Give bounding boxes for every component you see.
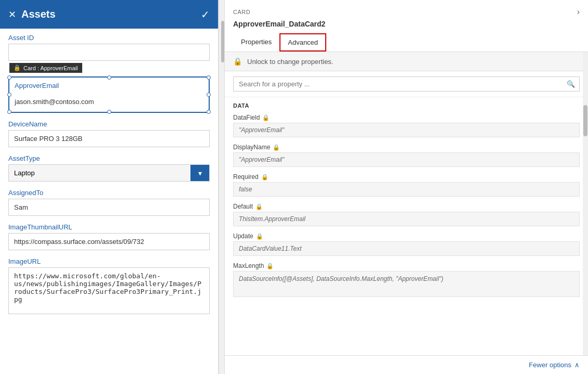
left-body: Asset ID 🔒 Card : ApproverEmail Approver… [0,29,218,374]
asset-id-label: Asset ID [8,34,210,42]
resize-handle-mr[interactable] [207,93,211,97]
displayname-lock-icon: 🔒 [273,144,280,151]
confirm-icon[interactable]: ✓ [201,8,210,21]
property-update: Update 🔒 DataCardValue11.Text [225,229,588,259]
property-datafield-name: DataField 🔒 [233,114,580,121]
maxlength-lock-icon: 🔒 [266,263,274,269]
device-name-section: DeviceName [8,120,210,147]
resize-handle-br[interactable] [207,110,211,114]
approver-email-input[interactable] [9,94,209,110]
image-thumbnail-label: ImageThumbnailURL [8,223,210,231]
middle-scrollbar [219,0,225,374]
resize-handle-tl[interactable] [7,75,11,80]
asset-type-input[interactable] [9,165,190,181]
property-update-value: DataCardValue11.Text [233,241,580,256]
resize-handle-ml[interactable] [7,93,11,97]
lock-icon: 🔒 [233,57,242,66]
chevron-right-icon[interactable]: › [577,7,580,17]
required-lock-icon: 🔒 [261,174,269,180]
property-update-name: Update 🔒 [233,233,580,240]
property-default-name: Default 🔒 [233,203,580,210]
property-required-name: Required 🔒 [233,173,580,180]
right-panel: CARD › ApproverEmail_DataCard2 Propertie… [225,0,588,374]
search-input-wrap: 🔍 [233,76,580,92]
right-footer: Fewer options ∧ [225,355,588,374]
property-displayname-value: "ApproverEmail" [233,152,580,167]
assigned-to-input[interactable] [8,199,210,216]
resize-handle-bl[interactable] [7,110,11,114]
property-maxlength: MaxLength 🔒 DataSourceInfo([@Assets], Da… [225,259,588,300]
search-input[interactable] [234,77,563,91]
unlock-text: Unlock to change properties. [247,58,333,66]
assigned-to-section: AssignedTo [8,189,210,216]
device-name-label: DeviceName [8,120,210,128]
card-title: ApproverEmail_DataCard2 [233,20,580,28]
tab-advanced[interactable]: Advanced [279,33,326,51]
close-icon[interactable]: ✕ [8,10,16,19]
left-panel: ✕ Assets ✓ Asset ID 🔒 Card : ApproverEma… [0,0,219,374]
right-body: 🔒 Unlock to change properties. 🔍 DATA Da… [225,52,588,355]
image-thumbnail-input[interactable] [8,233,210,250]
image-thumbnail-section: ImageThumbnailURL [8,223,210,250]
middle-scroll-thumb [221,21,224,62]
resize-handle-bm[interactable] [107,110,111,114]
dropdown-chevron-btn[interactable]: ▾ [190,165,209,181]
property-required: Required 🔒 false [225,170,588,200]
property-default-value: ThisItem.ApproverEmail [233,212,580,226]
left-header-left: ✕ Assets [8,8,56,20]
property-default: Default 🔒 ThisItem.ApproverEmail [225,200,588,229]
right-scrollbar [583,52,588,355]
resize-handle-tr[interactable] [207,75,211,80]
panel-title: Assets [21,8,56,20]
datafield-lock-icon: 🔒 [262,114,270,121]
asset-type-label: AssetType [8,154,210,162]
tabs-row: Properties Advanced [233,33,580,51]
right-header: CARD › ApproverEmail_DataCard2 Propertie… [225,0,588,52]
property-displayname-name: DisplayName 🔒 [233,144,580,151]
device-name-input[interactable] [8,130,210,147]
asset-id-input[interactable] [8,44,210,61]
tooltip-text: Card : ApproverEmail [23,65,78,71]
property-maxlength-name: MaxLength 🔒 [233,262,580,269]
property-displayname: DisplayName 🔒 "ApproverEmail" [225,140,588,170]
image-url-label: ImageURL [8,257,210,265]
default-lock-icon: 🔒 [255,203,263,210]
right-header-top: CARD › [233,7,580,17]
approver-email-section: 🔒 Card : ApproverEmail ApproverEmail [8,76,210,113]
chevron-up-icon: ∧ [574,361,580,369]
asset-type-dropdown[interactable]: ▾ [8,164,210,182]
asset-type-section: AssetType ▾ [8,154,210,182]
property-datafield: DataField 🔒 "ApproverEmail" [225,111,588,140]
data-section-label: DATA [225,97,588,111]
property-maxlength-value: DataSourceInfo([@Assets], DataSourceInfo… [233,271,580,297]
search-bar: 🔍 [225,71,588,97]
image-url-textarea[interactable]: https://www.microsoft.com/global/en-us/n… [8,267,210,314]
image-url-section: ImageURL https://www.microsoft.com/globa… [8,257,210,316]
search-icon: 🔍 [563,77,579,91]
left-header: ✕ Assets ✓ [0,0,218,29]
tooltip-badge: 🔒 Card : ApproverEmail [9,63,82,73]
asset-id-section: Asset ID [8,34,210,61]
assigned-to-label: AssignedTo [8,189,210,197]
unlock-banner: 🔒 Unlock to change properties. [225,52,588,71]
property-datafield-value: "ApproverEmail" [233,123,580,137]
card-label: CARD [233,9,250,15]
tab-properties[interactable]: Properties [233,33,279,51]
fewer-options-label: Fewer options [529,361,571,369]
tooltip-lock-icon: 🔒 [14,65,21,71]
fewer-options-button[interactable]: Fewer options ∧ [529,361,580,369]
right-scroll-thumb [583,105,587,136]
property-required-value: false [233,182,580,197]
resize-handle-tm[interactable] [107,75,111,80]
update-lock-icon: 🔒 [256,233,263,240]
